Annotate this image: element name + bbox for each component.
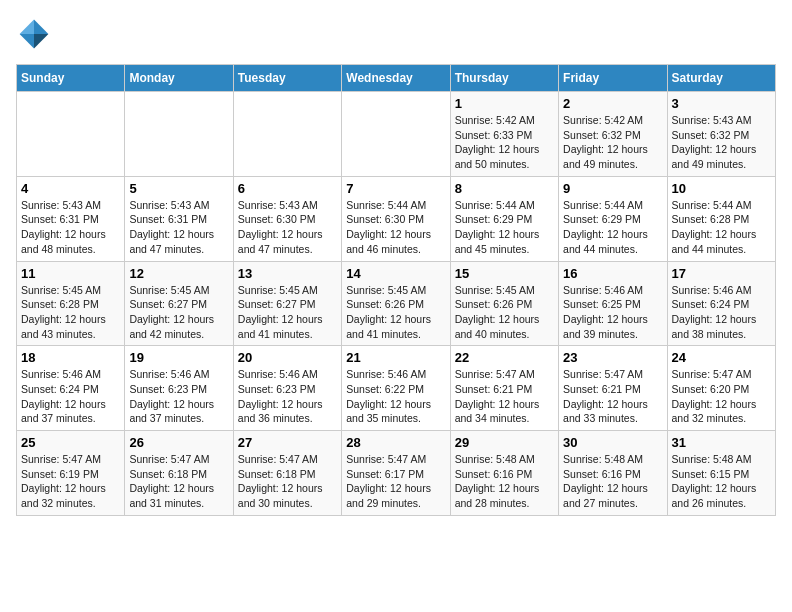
calendar-cell: 7Sunrise: 5:44 AM Sunset: 6:30 PM Daylig… — [342, 176, 450, 261]
day-header-tuesday: Tuesday — [233, 65, 341, 92]
day-number: 9 — [563, 181, 662, 196]
calendar-cell: 15Sunrise: 5:45 AM Sunset: 6:26 PM Dayli… — [450, 261, 558, 346]
calendar-cell: 9Sunrise: 5:44 AM Sunset: 6:29 PM Daylig… — [559, 176, 667, 261]
day-header-thursday: Thursday — [450, 65, 558, 92]
calendar-header-row: SundayMondayTuesdayWednesdayThursdayFrid… — [17, 65, 776, 92]
day-info: Sunrise: 5:48 AM Sunset: 6:16 PM Dayligh… — [455, 452, 554, 511]
day-info: Sunrise: 5:45 AM Sunset: 6:27 PM Dayligh… — [129, 283, 228, 342]
day-number: 16 — [563, 266, 662, 281]
svg-marker-0 — [34, 20, 48, 34]
calendar-cell: 21Sunrise: 5:46 AM Sunset: 6:22 PM Dayli… — [342, 346, 450, 431]
calendar-cell: 23Sunrise: 5:47 AM Sunset: 6:21 PM Dayli… — [559, 346, 667, 431]
svg-marker-1 — [34, 34, 48, 48]
calendar-cell: 20Sunrise: 5:46 AM Sunset: 6:23 PM Dayli… — [233, 346, 341, 431]
day-number: 13 — [238, 266, 337, 281]
day-info: Sunrise: 5:47 AM Sunset: 6:21 PM Dayligh… — [563, 367, 662, 426]
day-header-friday: Friday — [559, 65, 667, 92]
calendar-cell: 8Sunrise: 5:44 AM Sunset: 6:29 PM Daylig… — [450, 176, 558, 261]
logo — [16, 16, 58, 52]
day-number: 17 — [672, 266, 771, 281]
day-number: 23 — [563, 350, 662, 365]
day-info: Sunrise: 5:47 AM Sunset: 6:17 PM Dayligh… — [346, 452, 445, 511]
day-info: Sunrise: 5:44 AM Sunset: 6:29 PM Dayligh… — [563, 198, 662, 257]
calendar-cell — [17, 92, 125, 177]
calendar-cell: 30Sunrise: 5:48 AM Sunset: 6:16 PM Dayli… — [559, 431, 667, 516]
calendar-cell: 3Sunrise: 5:43 AM Sunset: 6:32 PM Daylig… — [667, 92, 775, 177]
day-info: Sunrise: 5:43 AM Sunset: 6:32 PM Dayligh… — [672, 113, 771, 172]
calendar-cell: 28Sunrise: 5:47 AM Sunset: 6:17 PM Dayli… — [342, 431, 450, 516]
day-info: Sunrise: 5:42 AM Sunset: 6:33 PM Dayligh… — [455, 113, 554, 172]
day-info: Sunrise: 5:48 AM Sunset: 6:15 PM Dayligh… — [672, 452, 771, 511]
day-number: 19 — [129, 350, 228, 365]
day-info: Sunrise: 5:47 AM Sunset: 6:19 PM Dayligh… — [21, 452, 120, 511]
day-number: 7 — [346, 181, 445, 196]
day-info: Sunrise: 5:43 AM Sunset: 6:31 PM Dayligh… — [21, 198, 120, 257]
day-info: Sunrise: 5:47 AM Sunset: 6:18 PM Dayligh… — [129, 452, 228, 511]
day-number: 25 — [21, 435, 120, 450]
day-number: 2 — [563, 96, 662, 111]
day-number: 1 — [455, 96, 554, 111]
day-info: Sunrise: 5:46 AM Sunset: 6:24 PM Dayligh… — [672, 283, 771, 342]
day-info: Sunrise: 5:45 AM Sunset: 6:26 PM Dayligh… — [455, 283, 554, 342]
day-number: 24 — [672, 350, 771, 365]
day-info: Sunrise: 5:44 AM Sunset: 6:30 PM Dayligh… — [346, 198, 445, 257]
calendar-cell: 5Sunrise: 5:43 AM Sunset: 6:31 PM Daylig… — [125, 176, 233, 261]
calendar-cell: 2Sunrise: 5:42 AM Sunset: 6:32 PM Daylig… — [559, 92, 667, 177]
day-number: 15 — [455, 266, 554, 281]
day-info: Sunrise: 5:47 AM Sunset: 6:21 PM Dayligh… — [455, 367, 554, 426]
day-number: 28 — [346, 435, 445, 450]
day-number: 20 — [238, 350, 337, 365]
day-number: 3 — [672, 96, 771, 111]
calendar-cell: 18Sunrise: 5:46 AM Sunset: 6:24 PM Dayli… — [17, 346, 125, 431]
calendar-week-row: 11Sunrise: 5:45 AM Sunset: 6:28 PM Dayli… — [17, 261, 776, 346]
calendar-cell: 16Sunrise: 5:46 AM Sunset: 6:25 PM Dayli… — [559, 261, 667, 346]
day-number: 11 — [21, 266, 120, 281]
page-header — [16, 16, 776, 52]
day-number: 5 — [129, 181, 228, 196]
calendar-cell — [233, 92, 341, 177]
calendar-cell: 22Sunrise: 5:47 AM Sunset: 6:21 PM Dayli… — [450, 346, 558, 431]
day-info: Sunrise: 5:48 AM Sunset: 6:16 PM Dayligh… — [563, 452, 662, 511]
calendar-table: SundayMondayTuesdayWednesdayThursdayFrid… — [16, 64, 776, 516]
svg-marker-2 — [20, 20, 34, 34]
calendar-cell: 26Sunrise: 5:47 AM Sunset: 6:18 PM Dayli… — [125, 431, 233, 516]
day-number: 14 — [346, 266, 445, 281]
calendar-week-row: 18Sunrise: 5:46 AM Sunset: 6:24 PM Dayli… — [17, 346, 776, 431]
day-number: 30 — [563, 435, 662, 450]
calendar-cell: 4Sunrise: 5:43 AM Sunset: 6:31 PM Daylig… — [17, 176, 125, 261]
day-number: 21 — [346, 350, 445, 365]
day-info: Sunrise: 5:42 AM Sunset: 6:32 PM Dayligh… — [563, 113, 662, 172]
day-number: 31 — [672, 435, 771, 450]
calendar-week-row: 1Sunrise: 5:42 AM Sunset: 6:33 PM Daylig… — [17, 92, 776, 177]
day-number: 22 — [455, 350, 554, 365]
day-info: Sunrise: 5:46 AM Sunset: 6:22 PM Dayligh… — [346, 367, 445, 426]
calendar-cell: 31Sunrise: 5:48 AM Sunset: 6:15 PM Dayli… — [667, 431, 775, 516]
day-number: 26 — [129, 435, 228, 450]
day-info: Sunrise: 5:44 AM Sunset: 6:29 PM Dayligh… — [455, 198, 554, 257]
calendar-cell: 24Sunrise: 5:47 AM Sunset: 6:20 PM Dayli… — [667, 346, 775, 431]
calendar-cell: 11Sunrise: 5:45 AM Sunset: 6:28 PM Dayli… — [17, 261, 125, 346]
calendar-cell: 1Sunrise: 5:42 AM Sunset: 6:33 PM Daylig… — [450, 92, 558, 177]
day-info: Sunrise: 5:46 AM Sunset: 6:23 PM Dayligh… — [129, 367, 228, 426]
calendar-cell: 13Sunrise: 5:45 AM Sunset: 6:27 PM Dayli… — [233, 261, 341, 346]
day-info: Sunrise: 5:45 AM Sunset: 6:27 PM Dayligh… — [238, 283, 337, 342]
day-info: Sunrise: 5:45 AM Sunset: 6:28 PM Dayligh… — [21, 283, 120, 342]
day-info: Sunrise: 5:44 AM Sunset: 6:28 PM Dayligh… — [672, 198, 771, 257]
calendar-cell: 19Sunrise: 5:46 AM Sunset: 6:23 PM Dayli… — [125, 346, 233, 431]
day-info: Sunrise: 5:45 AM Sunset: 6:26 PM Dayligh… — [346, 283, 445, 342]
calendar-cell: 14Sunrise: 5:45 AM Sunset: 6:26 PM Dayli… — [342, 261, 450, 346]
day-header-monday: Monday — [125, 65, 233, 92]
calendar-week-row: 4Sunrise: 5:43 AM Sunset: 6:31 PM Daylig… — [17, 176, 776, 261]
calendar-cell: 25Sunrise: 5:47 AM Sunset: 6:19 PM Dayli… — [17, 431, 125, 516]
calendar-week-row: 25Sunrise: 5:47 AM Sunset: 6:19 PM Dayli… — [17, 431, 776, 516]
day-number: 6 — [238, 181, 337, 196]
calendar-cell: 10Sunrise: 5:44 AM Sunset: 6:28 PM Dayli… — [667, 176, 775, 261]
day-info: Sunrise: 5:46 AM Sunset: 6:24 PM Dayligh… — [21, 367, 120, 426]
calendar-cell — [342, 92, 450, 177]
day-number: 18 — [21, 350, 120, 365]
calendar-cell: 6Sunrise: 5:43 AM Sunset: 6:30 PM Daylig… — [233, 176, 341, 261]
svg-marker-3 — [20, 34, 34, 48]
day-header-sunday: Sunday — [17, 65, 125, 92]
day-number: 12 — [129, 266, 228, 281]
calendar-cell: 17Sunrise: 5:46 AM Sunset: 6:24 PM Dayli… — [667, 261, 775, 346]
